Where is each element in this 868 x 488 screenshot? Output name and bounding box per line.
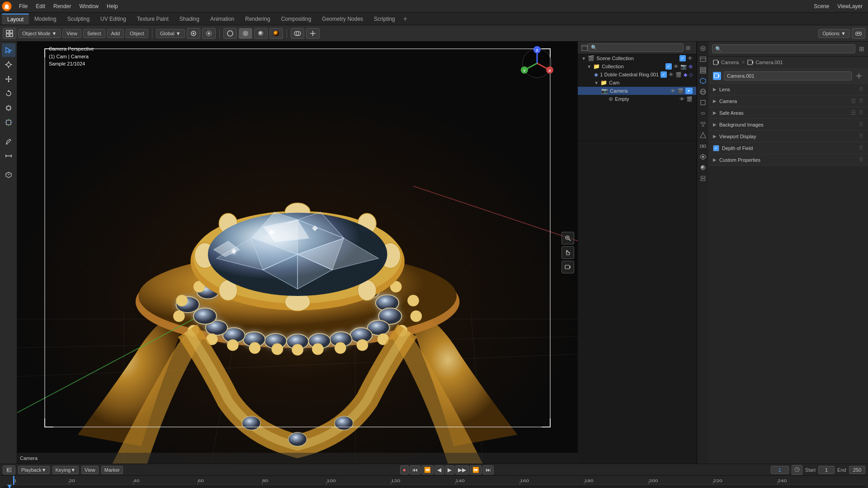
ring-camera-icon[interactable]: 🎬 (675, 72, 682, 78)
tab-uv-editing[interactable]: UV Editing (95, 14, 132, 24)
collection-render-icon[interactable]: 📷 (680, 64, 687, 70)
step-forward-button[interactable]: ▶▶ (455, 465, 469, 474)
camera-list-icon2[interactable]: ⠿ (859, 98, 863, 104)
scene-props-button[interactable] (698, 76, 708, 86)
end-frame-input[interactable]: 250 (849, 466, 865, 474)
scene-selector[interactable]: Scene (810, 2, 833, 10)
dof-menu-icon[interactable]: ⠿ (859, 145, 863, 151)
render-props-button[interactable] (698, 43, 708, 53)
properties-filter-icon[interactable]: ⊞ (859, 45, 864, 52)
camera-section-header[interactable]: ▶ Camera ☰ ⠿ (708, 95, 868, 107)
menu-window[interactable]: Window (75, 2, 102, 10)
menu-render[interactable]: Render (50, 2, 75, 10)
gizmo-button[interactable] (306, 28, 320, 39)
custom-properties-header[interactable]: ▶ Custom Properties ⠿ (708, 154, 868, 165)
object-data-props-button[interactable] (698, 152, 708, 162)
camera-render-icon[interactable]: 🎬 (677, 88, 684, 94)
select-tool-button[interactable] (2, 43, 15, 57)
outliner-item-collection[interactable]: ▼ 📁 Collection ✓ 👁 📷 ⊕ (578, 62, 696, 70)
camera-visible-icon[interactable]: 👁 (670, 88, 675, 94)
annotate-tool-button[interactable] (2, 135, 15, 148)
data-props-button[interactable] (698, 174, 708, 183)
tab-rendering[interactable]: Rendering (240, 14, 275, 24)
depth-of-field-header[interactable]: ✓ Depth of Field ⠿ (708, 142, 868, 154)
viewport-display-header[interactable]: ▶ Viewport Display ⠿ (708, 131, 868, 142)
lens-section-header[interactable]: ▶ Lens ⠿ (708, 84, 868, 95)
safe-areas-menu-icon[interactable]: ⠿ (859, 109, 863, 116)
object-menu-button[interactable]: Object (126, 29, 148, 38)
outliner-search[interactable]: 🔍 (588, 43, 684, 52)
viewport-type-button[interactable] (3, 28, 16, 39)
empty-render-icon[interactable]: 🎬 (686, 96, 693, 102)
vp-display-menu-icon[interactable]: ⠿ (859, 133, 863, 140)
viewport-gizmo[interactable]: Z X Y (519, 45, 555, 83)
measure-tool-button[interactable] (2, 149, 15, 163)
proportional-edit-button[interactable] (202, 28, 216, 39)
tab-scripting[interactable]: Scripting (368, 14, 401, 24)
safe-areas-section-header[interactable]: ▶ Safe Areas ☰ ⠿ (708, 107, 868, 118)
depth-of-field-checkbox[interactable]: ✓ (713, 145, 719, 151)
add-cube-button[interactable] (2, 168, 15, 182)
outliner-item-ring[interactable]: ◈ 1 Doble Catedral Ring.001 ✓ 👁 🎬 ◆ ◇ (578, 70, 696, 79)
fps-indicator[interactable] (792, 465, 802, 475)
xr-button[interactable] (852, 28, 865, 39)
ring-extra-icon1[interactable]: ◆ (684, 72, 687, 78)
solid-shading-button[interactable] (239, 28, 252, 39)
camera-list-icon1[interactable]: ☰ (851, 98, 856, 104)
view-layer-selector[interactable]: ViewLayer (834, 2, 866, 10)
safe-areas-list-icon[interactable]: ☰ (851, 109, 856, 116)
tab-layout[interactable]: Layout (2, 14, 29, 24)
overlay-button[interactable] (291, 28, 304, 39)
marker-button[interactable]: Marker (101, 466, 123, 474)
timeline-ruler[interactable]: 1 20 40 60 80 100 120 140 160 180 200 22… (0, 476, 868, 488)
transform-tool-button[interactable] (2, 116, 15, 129)
scale-tool-button[interactable] (2, 101, 15, 115)
outliner-filter-button[interactable]: ⊞ (684, 44, 693, 52)
object-mode-button[interactable]: Object Mode ▼ (18, 29, 61, 38)
breadcrumb-camera-obj[interactable]: Camera.001 (747, 59, 783, 66)
move-tool-button[interactable] (2, 72, 15, 86)
transform-global-button[interactable]: Global ▼ (156, 29, 185, 38)
properties-search-input[interactable] (712, 44, 855, 53)
wireframe-button[interactable] (223, 28, 237, 39)
visibility-checkbox[interactable]: ✓ (679, 55, 686, 61)
breadcrumb-camera[interactable]: Camera (713, 59, 739, 66)
empty-eye-icon[interactable]: 👁 (679, 96, 684, 102)
current-frame-input[interactable]: 1 (771, 466, 789, 474)
playback-button[interactable]: Playback ▼ (18, 466, 50, 474)
outliner-item-empty[interactable]: ⊕ Empty 👁 🎬 (578, 95, 696, 103)
modifier-props-button[interactable] (698, 108, 708, 118)
keyframe-record-button[interactable]: ● (400, 465, 409, 474)
background-images-header[interactable]: ▶ Background Images ⠿ (708, 119, 868, 130)
object-name-input[interactable] (724, 71, 852, 80)
menu-file[interactable]: File (15, 2, 31, 10)
cursor-tool-button[interactable] (2, 58, 15, 71)
ring-eye-icon[interactable]: 👁 (669, 72, 674, 77)
constraints-props-button[interactable] (698, 141, 708, 151)
camera-view-button[interactable] (561, 261, 574, 273)
jump-to-end-button[interactable]: ⏭ (483, 465, 494, 474)
world-props-button[interactable] (698, 87, 708, 97)
tab-texture-paint[interactable]: Texture Paint (132, 14, 174, 24)
view-button[interactable]: View (81, 466, 99, 474)
snap-button[interactable] (187, 28, 200, 39)
keying-button[interactable]: Keying ▼ (52, 466, 79, 474)
menu-edit[interactable]: Edit (32, 2, 49, 10)
zoom-fit-button[interactable] (561, 232, 574, 244)
view-layer-props-button[interactable] (698, 65, 708, 75)
timeline-keyframe-area[interactable] (3, 485, 865, 488)
object-props-button[interactable] (698, 98, 708, 108)
add-workspace-button[interactable]: + (401, 14, 410, 24)
start-frame-input[interactable]: 1 (818, 466, 835, 474)
bg-images-menu-icon[interactable]: ⠿ (859, 121, 863, 128)
material-props-button[interactable] (698, 163, 708, 173)
view-menu-button[interactable]: View (62, 29, 81, 38)
ring-visibility[interactable]: ✓ (660, 71, 667, 78)
options-button[interactable]: Options ▼ (818, 29, 850, 38)
step-fast-forward-button[interactable]: ⏩ (470, 465, 482, 474)
collection-eye-icon[interactable]: 👁 (674, 64, 679, 69)
select-menu-button[interactable]: Select (83, 29, 105, 38)
tab-sculpting[interactable]: Sculpting (62, 14, 95, 24)
tab-shading[interactable]: Shading (174, 14, 205, 24)
timeline-ruler-area[interactable]: 1 20 40 60 80 100 120 140 160 180 200 22… (3, 476, 865, 488)
